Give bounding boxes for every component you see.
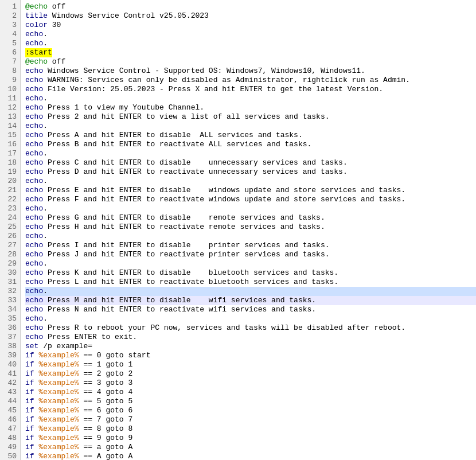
line-number-26: 26 [3,232,17,241]
code-line-44: if %example% == 5 goto 5 [25,397,476,406]
token-txt [34,443,39,452]
token-kw-cmd: echo [25,213,43,223]
token-txt: Windows Service Control - Supported OS: … [43,67,365,76]
token-txt: Press J and hit ENTER to reactivate prin… [43,250,329,259]
code-line-3: color 30 [25,21,476,30]
token-kw-var: %example% [38,452,79,460]
line-number-30: 30 [3,268,17,278]
token-txt: == 9 goto 9 [79,434,133,443]
token-txt [34,434,39,443]
token-txt: Press C and hit ENTER to disable unneces… [43,158,348,167]
token-txt: == 7 goto 7 [79,415,133,424]
code-line-31: echo Press L and hit ENTER to reactivate… [25,278,476,287]
line-number-3: 3 [3,21,17,30]
token-txt: == 8 goto 8 [79,424,133,434]
code-line-1: @echo off [25,2,476,11]
token-kw-cmd: echo [25,278,43,287]
token-txt: Press N and hit ENTER to reactivate wifi… [43,305,316,314]
code-line-35: echo. [25,314,476,323]
token-txt: == 3 goto 3 [79,379,133,388]
line-number-27: 27 [3,241,17,250]
token-kw-cmd: echo [25,30,43,39]
token-txt: . [43,204,48,213]
line-number-2: 2 [3,11,17,21]
line-number-46: 46 [3,415,17,424]
token-kw-cmd: echo [25,305,43,314]
line-number-39: 39 [3,351,17,360]
code-line-9: echo WARNING: Services can only be disab… [25,76,476,85]
token-txt: Press H and hit ENTER to reactivate remo… [43,223,325,232]
line-number-5: 5 [3,39,17,48]
line-number-41: 41 [3,369,17,379]
token-txt: . [43,39,48,48]
line-number-21: 21 [3,186,17,195]
code-line-4: echo. [25,30,476,39]
line-number-40: 40 [3,360,17,369]
token-kw-cmd: echo [25,158,43,167]
token-kw-cmd: echo [25,39,43,48]
line-number-50: 50 [3,452,17,460]
code-line-29: echo. [25,259,476,268]
code-line-26: echo. [25,232,476,241]
code-line-40: if %example% == 1 goto 1 [25,360,476,369]
line-number-25: 25 [3,223,17,232]
line-number-49: 49 [3,443,17,452]
code-line-49: if %example% == a goto A [25,443,476,452]
line-number-22: 22 [3,195,17,204]
token-txt: == 2 goto 2 [79,369,133,379]
token-txt: . [43,122,48,131]
token-kw-cmd: echo [25,195,43,204]
token-txt: Press A and hit ENTER to disable ALL ser… [43,131,302,140]
code-line-2: title Windows Service Control v25.05.202… [25,11,476,21]
token-txt [34,415,39,424]
code-line-13: echo Press 2 and hit ENTER to view a lis… [25,112,476,122]
line-number-6: 6 [3,48,17,57]
token-kw-cmd: if [25,434,34,443]
line-number-17: 17 [3,149,17,158]
token-kw-cmd: if [25,424,34,434]
line-number-29: 29 [3,259,17,268]
code-line-25: echo Press H and hit ENTER to reactivate… [25,223,476,232]
line-number-47: 47 [3,424,17,434]
token-txt: . [43,177,48,186]
code-line-11: echo. [25,94,476,103]
line-number-20: 20 [3,177,17,186]
token-kw-cmd: echo [25,241,43,250]
token-kw-cmd: echo [25,140,43,149]
code-line-15: echo Press A and hit ENTER to disable AL… [25,131,476,140]
token-txt: Press L and hit ENTER to reactivate blue… [43,278,338,287]
line-number-7: 7 [3,57,17,67]
code-line-7: @echo off [25,57,476,67]
token-txt: . [43,287,48,296]
token-txt: . [43,30,48,39]
line-number-19: 19 [3,167,17,177]
token-kw-cmd: if [25,452,34,460]
line-number-48: 48 [3,434,17,443]
line-number-15: 15 [3,131,17,140]
line-number-23: 23 [3,204,17,213]
token-txt [34,424,39,434]
token-txt: == 4 goto 4 [79,388,133,397]
line-number-37: 37 [3,333,17,342]
code-line-45: if %example% == 6 goto 6 [25,406,476,415]
code-line-37: echo Press ENTER to exit. [25,333,476,342]
line-number-18: 18 [3,158,17,167]
token-kw-cmd: echo [25,103,43,112]
code-line-19: echo Press D and hit ENTER to reactivate… [25,167,476,177]
token-kw-cmd: if [25,443,34,452]
token-kw-label: :start [25,48,52,57]
token-kw-cmd: echo [25,232,43,241]
line-number-12: 12 [3,103,17,112]
line-number-38: 38 [3,342,17,351]
code-line-32: echo. [25,287,476,296]
code-content[interactable]: @echo offtitle Windows Service Control v… [21,0,476,460]
token-kw-var: %example% [38,415,79,424]
code-line-41: if %example% == 2 goto 2 [25,369,476,379]
code-line-10: echo File Version: 25.05.2023 - Press X … [25,85,476,94]
token-txt: Press I and hit ENTER to disable printer… [43,241,329,250]
line-number-24: 24 [3,213,17,223]
token-txt: File Version: 25.05.2023 - Press X and h… [43,85,383,94]
token-txt [34,397,39,406]
token-txt [34,379,39,388]
token-txt: . [43,259,48,268]
